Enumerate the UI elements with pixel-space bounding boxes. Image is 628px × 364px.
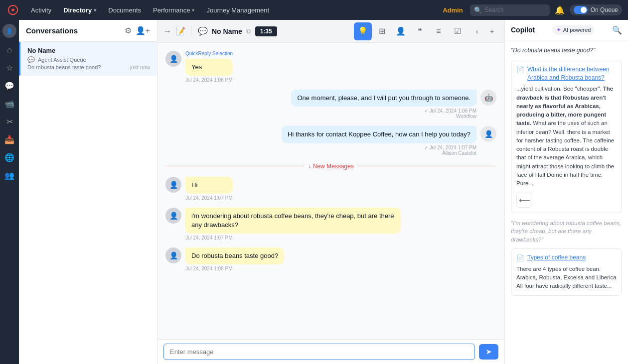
copilot-prev-question: "I'm wondering about robusta coffee bean…	[511, 219, 622, 243]
message-bubble-taste: Do robusta beans taste good?	[185, 247, 284, 264]
copilot-card-1-text: ...yield cultivation. See "cheaper". The…	[516, 85, 617, 188]
copilot-card-2-link[interactable]: Types of coffee beans	[527, 254, 586, 261]
conv-time: just now	[130, 64, 150, 70]
agent-avatar: 👤	[480, 126, 496, 142]
copilot-card-2-title-row: 📄 Types of coffee beans	[516, 254, 617, 262]
conv-item-sub: Do robusta beans taste good? just now	[27, 64, 150, 70]
message-content-wondering: i'm wondering about robusta coffee beans…	[185, 208, 401, 241]
next-arrow[interactable]: +	[485, 25, 498, 38]
sidebar-globe-icon[interactable]: 🌐	[1, 149, 17, 165]
copilot-card-2: 📄 Types of coffee beans There are 4 type…	[511, 248, 622, 296]
tab-notes[interactable]: ≡	[430, 22, 448, 40]
chevron-down-icon: ▾	[94, 7, 96, 13]
message-row-wondering: 👤 i'm wondering about robusta coffee bea…	[165, 208, 496, 241]
queue-label: On Queue	[591, 6, 618, 13]
copilot-search-icon[interactable]: 🔍	[612, 25, 622, 35]
on-queue-toggle[interactable]: On Queue	[570, 4, 622, 15]
customer-avatar-taste: 👤	[165, 247, 181, 263]
message-meta: Jul 24, 2024 1:06 PM	[185, 77, 233, 83]
copilot-card-1: 📄 What is the difference between Arabica…	[511, 60, 622, 214]
message-row: 👤 QuickReply Selection Yes Jul 24, 2024 …	[165, 51, 496, 83]
chat-contact-name: No Name	[212, 27, 242, 35]
prev-arrow[interactable]: ‹	[471, 25, 483, 38]
copy-to-chat-button[interactable]: ⟵	[516, 192, 532, 208]
message-row-agent: 👤 Hi thanks for contact Koppee Coffee, h…	[165, 126, 496, 155]
copilot-title: Copilot	[511, 26, 535, 34]
customer-avatar-hi: 👤	[165, 177, 181, 193]
conv-queue-name: Agent Assist Queue	[38, 57, 86, 63]
message-bubble-wondering: i'm wondering about robusta coffee beans…	[185, 208, 401, 234]
message-meta-wondering: Jul 24, 2024 1:07 PM	[185, 235, 401, 241]
message-content-bot: One moment, please, and I will put you t…	[291, 90, 476, 119]
nav-item-directory[interactable]: Directory ▾	[58, 4, 101, 16]
copilot-header: Copilot ✦ AI powered 🔍	[505, 20, 628, 40]
chat-header-transfer-icon[interactable]: →	[163, 27, 171, 36]
conversation-name: No Name	[27, 47, 150, 54]
message-meta-agent: ✓ Jul 24, 2024 1:07 PMAllison Castelot	[282, 145, 476, 156]
new-messages-divider: ↓ New Messages	[165, 163, 496, 170]
message-row-taste: 👤 Do robusta beans taste good? Jul 24, 2…	[165, 247, 496, 271]
divider	[191, 26, 192, 36]
sidebar-people-icon[interactable]: 👥	[1, 167, 17, 183]
copilot-card-2-text: There are 4 types of coffee bean. Arabic…	[516, 265, 617, 291]
sidebar-star-icon[interactable]: ☆	[1, 60, 17, 76]
message-meta-hi: Jul 24, 2024 1:07 PM	[185, 195, 233, 201]
nav-item-admin[interactable]: Admin	[438, 4, 468, 16]
message-bubble-agent: Hi thanks for contact Koppee Coffee, how…	[282, 126, 476, 143]
bot-avatar: 🤖	[480, 90, 496, 106]
message-bubble-hi: Hi	[185, 177, 233, 194]
chat-messages: 👤 QuickReply Selection Yes Jul 24, 2024 …	[157, 43, 504, 339]
top-navigation: Activity Directory ▾ Documents Performan…	[0, 0, 628, 20]
message-label: QuickReply Selection	[185, 51, 233, 56]
user-avatar[interactable]: 👤	[2, 24, 16, 38]
chat-input-area: ➤	[157, 339, 504, 364]
sidebar-chat-icon[interactable]: 💬	[1, 78, 17, 94]
chat-and-right: → 📝 💬 No Name ⧉ 1:35 💡 ⊞ 👤 ❝ ≡ ☑	[157, 20, 628, 364]
add-conversation-icon[interactable]: 👤+	[136, 26, 150, 35]
toggle-switch[interactable]	[574, 6, 588, 14]
copy-icon[interactable]: ⧉	[246, 27, 251, 35]
message-content-agent: Hi thanks for contact Koppee Coffee, how…	[282, 126, 476, 155]
conversations-panel: Conversations ⚙ 👤+ No Name 💬 Agent Assis…	[19, 20, 157, 364]
message-meta-taste: Jul 24, 2024 1:08 PM	[185, 266, 284, 271]
nav-search-box[interactable]: 🔍	[470, 4, 550, 16]
new-messages-label: ↓ New Messages	[308, 163, 353, 170]
chat-message-icon[interactable]: 💬	[198, 26, 208, 36]
message-content: QuickReply Selection Yes Jul 24, 2024 1:…	[185, 51, 233, 83]
tab-copilot[interactable]: 💡	[354, 22, 372, 40]
sidebar-video-icon[interactable]: 📹	[1, 96, 17, 112]
copilot-card-1-link[interactable]: What is the difference between Arabica a…	[527, 65, 617, 82]
copilot-panel: Copilot ✦ AI powered 🔍 "Do robusta beans…	[504, 20, 628, 364]
document-icon: 📄	[516, 66, 524, 73]
nav-item-documents[interactable]: Documents	[103, 4, 146, 16]
sidebar-inbox-icon[interactable]: 📥	[1, 131, 17, 147]
tab-contact[interactable]: 👤	[392, 22, 410, 40]
document-icon-2: 📄	[516, 254, 524, 262]
message-bubble-bot: One moment, please, and I will put you t…	[291, 90, 476, 107]
search-icon: 🔍	[474, 6, 482, 14]
copilot-content: "Do robusta beans taste good?" 📄 What is…	[505, 40, 628, 364]
notification-bell-icon[interactable]: 🔔	[555, 5, 565, 15]
conversation-item[interactable]: No Name 💬 Agent Assist Queue Do robusta …	[19, 42, 157, 76]
settings-icon[interactable]: ⚙	[125, 26, 132, 35]
tab-layout[interactable]: ⊞	[373, 22, 391, 40]
nav-item-performance[interactable]: Performance ▾	[148, 4, 199, 16]
tab-checklist[interactable]: ☑	[449, 22, 467, 40]
nav-item-activity[interactable]: Activity	[26, 4, 56, 16]
sparkle-icon: ✦	[556, 26, 561, 33]
send-button[interactable]: ➤	[479, 344, 498, 360]
sidebar-home-icon[interactable]: ⌂	[1, 42, 17, 58]
message-content-taste: Do robusta beans taste good? Jul 24, 202…	[185, 247, 284, 271]
chat-timer: 1:35	[255, 26, 277, 36]
chat-header-note-icon[interactable]: 📝	[175, 26, 185, 36]
copilot-card-1-title-row: 📄 What is the difference between Arabica…	[516, 65, 617, 82]
conversations-title: Conversations	[26, 26, 78, 35]
tab-quote[interactable]: ❝	[411, 22, 429, 40]
sidebar-scissors-icon[interactable]: ✂	[1, 114, 17, 129]
copilot-question: "Do robusta beans taste good?"	[511, 46, 622, 55]
nav-item-journey[interactable]: Journey Management	[201, 4, 274, 16]
search-input[interactable]	[485, 6, 546, 13]
message-input[interactable]	[163, 344, 475, 360]
ai-powered-badge: ✦ AI powered	[552, 25, 595, 35]
ai-badge-label: AI powered	[563, 27, 591, 33]
